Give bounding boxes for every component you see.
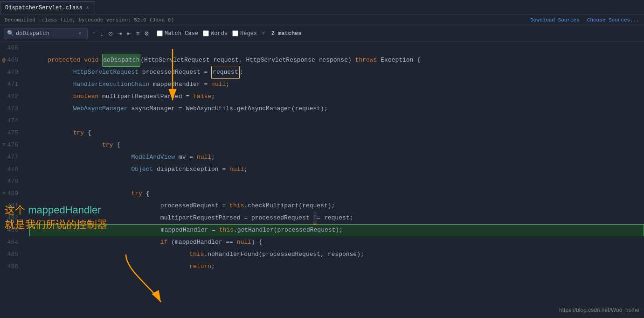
info-bar: Decompiled .class file, bytecode version… <box>0 15 644 25</box>
gutter-collapse-icon-480[interactable]: ▽ <box>3 188 6 200</box>
line-num-481: 481 <box>7 200 18 212</box>
code-line-478: Object dispatchException = null ; <box>29 163 644 176</box>
line-num-476: 476 <box>7 139 18 151</box>
search-next-btn[interactable]: ↓ <box>98 29 105 38</box>
line-num-486: 486 <box>7 261 18 273</box>
regex-label[interactable]: Regex <box>232 30 257 37</box>
gutter-483: 483 <box>0 224 22 236</box>
search-find-btn[interactable]: ⊙ <box>106 29 115 38</box>
line-num-477: 477 <box>7 151 18 163</box>
line-num-479: 479 <box>7 176 18 188</box>
gutter-484: 484 <box>0 236 22 248</box>
code-area: 468 @469 470 471 472 473 474 475 ▽476 47… <box>0 42 644 318</box>
gutter-474: 474 <box>0 115 22 127</box>
line-num-471: 471 <box>7 78 18 91</box>
choose-sources-link[interactable]: Choose Sources... <box>587 17 639 23</box>
search-input[interactable] <box>16 30 76 37</box>
kw-void: void <box>84 54 98 66</box>
code-line-472: boolean multipartRequestParsed = false ; <box>29 91 644 103</box>
gutter-collapse-icon-476[interactable]: ▽ <box>3 139 6 151</box>
line-num-468: 468 <box>7 42 18 54</box>
code-line-479 <box>29 176 644 188</box>
code-line-485: this .noHandlerFound(processedRequest, r… <box>29 248 644 261</box>
code-line-475: try { <box>29 127 644 139</box>
match-case-label[interactable]: Match Case <box>157 30 198 37</box>
gutter-annotation-icon: @ <box>2 54 6 66</box>
gutter-480: ▽480 <box>0 188 22 200</box>
search-icon: 🔍 <box>7 30 14 37</box>
search-bar: 🔍 × ↑ ↓ ⊙ ⇥ ⇤ ≡ ⚙ Match Case Words Regex… <box>0 25 644 42</box>
request-highlight: request <box>211 66 240 79</box>
code-content: protected void doDispatch (HttpServletRe… <box>26 42 644 318</box>
method-dodispatch-highlight: doDispatch <box>102 54 140 67</box>
match-count: 2 matches <box>271 30 302 37</box>
line-num-480: 480 <box>7 188 18 200</box>
line-num-475: 475 <box>7 127 18 139</box>
code-line-481: processedRequest = this .checkMultipart(… <box>29 200 644 212</box>
tab-label: DispatcherServlet.class <box>5 5 83 11</box>
code-line-486: return ; <box>29 261 644 273</box>
regex-text: Regex <box>240 30 257 37</box>
words-text: Words <box>211 30 228 37</box>
gutter-475: 475 <box>0 127 22 139</box>
tab-bar: DispatcherServlet.class × <box>0 0 644 15</box>
code-line-484: if (mappedHandler == null ) { <box>29 236 644 248</box>
tab-dispatcher-servlet[interactable]: DispatcherServlet.class × <box>0 1 95 14</box>
gutter-472: 472 <box>0 91 22 103</box>
gutter-471: 471 <box>0 78 22 91</box>
match-case-checkbox[interactable] <box>157 30 163 36</box>
code-line-474 <box>29 115 644 127</box>
search-settings-btn[interactable]: ⚙ <box>142 29 151 38</box>
code-gutter: 468 @469 470 471 472 473 474 475 ▽476 47… <box>0 42 26 318</box>
line-num-478: 478 <box>7 163 18 176</box>
code-line-482: multipartRequestParsed = processedReques… <box>29 212 644 224</box>
decompile-info: Decompiled .class file, bytecode version… <box>5 17 174 23</box>
gutter-479: 479 <box>0 176 22 188</box>
regex-checkbox[interactable] <box>232 30 238 36</box>
line-num-472: 472 <box>7 91 18 103</box>
code-line-483: mappedHandler = this .getHandler(process… <box>29 224 644 236</box>
gutter-469: @469 <box>0 54 22 66</box>
code-indent <box>29 54 48 66</box>
kw-protected: protected <box>48 54 80 66</box>
info-bar-actions: Download Sources Choose Sources... <box>530 17 639 23</box>
gutter-485: 485 <box>0 248 22 261</box>
line-num-484: 484 <box>7 236 18 248</box>
words-label[interactable]: Words <box>203 30 228 37</box>
gutter-481: 481 <box>0 200 22 212</box>
gutter-470: 470 <box>0 66 22 78</box>
gutter-486: 486 <box>0 261 22 273</box>
line-num-482: 482 <box>7 212 18 224</box>
gutter-468: 468 <box>0 42 22 54</box>
code-line-480: try { <box>29 188 644 200</box>
line-num-474: 474 <box>7 115 18 127</box>
line-num-485: 485 <box>7 248 18 261</box>
code-line-471: HandlerExecutionChain mappedHandler = nu… <box>29 78 644 91</box>
gutter-476: ▽476 <box>0 139 22 151</box>
gutter-473: 473 <box>0 103 22 115</box>
gutter-482: 482 <box>0 212 22 224</box>
code-line-469: protected void doDispatch (HttpServletRe… <box>29 54 644 66</box>
clear-search-icon[interactable]: × <box>78 31 82 36</box>
tab-close-icon[interactable]: × <box>85 5 90 11</box>
code-line-470: HttpServletRequest processedRequest = re… <box>29 66 644 78</box>
gutter-477: 477 <box>0 151 22 163</box>
line-num-483: 483 <box>7 224 18 236</box>
line-num-469: 469 <box>7 54 18 66</box>
code-line-473: WebAsyncManager asyncManager = WebAsyncU… <box>29 103 644 115</box>
search-filter-btn[interactable]: ≡ <box>134 29 141 38</box>
line-num-473: 473 <box>7 103 18 115</box>
words-checkbox[interactable] <box>203 30 209 36</box>
download-sources-link[interactable]: Download Sources <box>530 17 580 23</box>
search-options: Match Case Words Regex ? 2 matches <box>157 30 301 37</box>
gutter-478: 478 <box>0 163 22 176</box>
search-arrows: ↑ ↓ ⊙ ⇥ ⇤ ≡ ⚙ <box>90 29 151 38</box>
code-line-477: ModelAndView mv = null ; <box>29 151 644 163</box>
search-tab-btn1[interactable]: ⇥ <box>116 29 124 38</box>
code-line-476: try { <box>29 139 644 151</box>
line-num-470: 470 <box>7 66 18 78</box>
help-btn[interactable]: ? <box>262 31 265 36</box>
search-tab-btn2[interactable]: ⇤ <box>125 29 133 38</box>
search-prev-btn[interactable]: ↑ <box>90 29 97 38</box>
search-input-wrap: 🔍 × <box>4 28 88 39</box>
